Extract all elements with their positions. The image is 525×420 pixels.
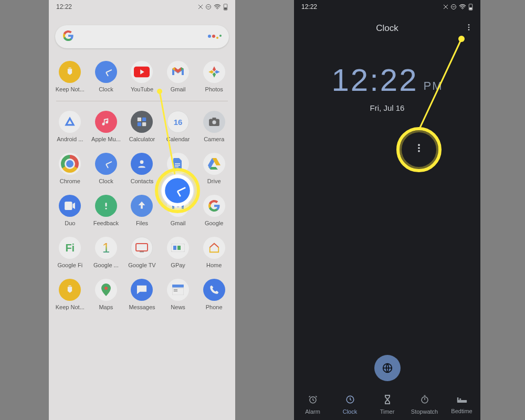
app-ggl[interactable]: Google xyxy=(196,190,232,232)
tab-alarm[interactable]: Alarm xyxy=(294,390,331,420)
app-fi[interactable]: FiGoogle Fi xyxy=(52,232,88,274)
app-ph[interactable]: Photos xyxy=(196,56,232,98)
app-label: Messages xyxy=(129,304,155,310)
app-label: Files xyxy=(136,220,148,226)
more-options-button[interactable] xyxy=(465,23,473,34)
clock-tab-bar: AlarmClockTimerStopwatchBedtime xyxy=(294,390,480,420)
assistant-icon[interactable] xyxy=(208,35,222,39)
app-label: News xyxy=(171,304,185,310)
app-gpay[interactable]: GPay xyxy=(160,232,196,274)
app-news[interactable]: News xyxy=(160,274,196,316)
docs-icon xyxy=(167,153,189,175)
clock-date: Fri, Jul 16 xyxy=(294,103,480,112)
app-fb[interactable]: Feedback xyxy=(88,190,124,232)
app-phone[interactable]: Phone xyxy=(196,274,232,316)
app-cal[interactable]: 16Calendar xyxy=(160,106,196,148)
app-gm[interactable]: Gmail xyxy=(160,56,196,98)
fi-icon: Fi xyxy=(59,237,81,259)
news-icon xyxy=(167,279,189,301)
app-clock[interactable]: Clock xyxy=(88,56,124,98)
tab-stopwatch[interactable]: Stopwatch xyxy=(406,390,443,420)
gpay-icon xyxy=(167,237,189,259)
clock-app-title: Clock xyxy=(376,23,398,34)
app-label: Clock xyxy=(99,86,113,92)
clock-app-header: Clock xyxy=(294,14,480,43)
status-time: 12:22 xyxy=(56,3,72,10)
app-aa[interactable]: Android ... xyxy=(52,106,88,148)
app-keep[interactable]: Keep Not... xyxy=(52,56,88,98)
svg-point-33 xyxy=(468,29,470,30)
fb-icon xyxy=(95,195,117,217)
app-label: Photos xyxy=(205,86,223,92)
tab-bedtime[interactable]: Bedtime xyxy=(443,390,480,420)
app-label: Feedback xyxy=(93,220,119,226)
app-label: Docs xyxy=(172,178,185,184)
app-msg[interactable]: Messages xyxy=(124,274,160,316)
phone-home-screen: 12:22 Keep Not...ClockYouTubeGmailPhotos… xyxy=(49,0,235,420)
calc-icon xyxy=(131,111,153,133)
world-clock-fab[interactable] xyxy=(374,355,401,381)
svg-point-1 xyxy=(217,8,217,9)
app-calc[interactable]: Calculator xyxy=(124,106,160,148)
app-cam[interactable]: Camera xyxy=(196,106,232,148)
phone-clock-app: 12:22 Clock 12:22 PM Fri, Jul 16 AlarmCl… xyxy=(294,0,480,420)
phone-icon xyxy=(203,279,225,301)
app-keep[interactable]: Keep Not... xyxy=(52,274,88,316)
tab-label: Bedtime xyxy=(451,408,472,414)
svg-rect-14 xyxy=(175,165,180,166)
app-contacts[interactable]: Contacts xyxy=(124,148,160,190)
app-files[interactable]: Files xyxy=(124,190,160,232)
status-icons xyxy=(198,4,228,10)
app-label: Keep Not... xyxy=(56,86,85,92)
app-chrome[interactable]: Chrome xyxy=(52,148,88,190)
svg-rect-30 xyxy=(469,7,472,9)
app-duo[interactable]: Duo xyxy=(52,190,88,232)
app-home[interactable]: Home xyxy=(196,232,232,274)
app-am[interactable]: Apple Mu... xyxy=(88,106,124,148)
app-label: Google xyxy=(205,220,223,226)
svg-point-10 xyxy=(212,120,216,124)
app-clock[interactable]: Clock xyxy=(88,148,124,190)
app-docs[interactable]: Docs xyxy=(160,148,196,190)
svg-rect-38 xyxy=(457,400,466,403)
svg-rect-6 xyxy=(142,118,146,121)
cal-icon: 16 xyxy=(167,111,189,133)
svg-rect-39 xyxy=(457,397,458,401)
svg-rect-25 xyxy=(174,289,177,290)
svg-rect-24 xyxy=(172,288,184,295)
one-icon: 1 xyxy=(95,237,117,259)
tab-icon xyxy=(384,395,391,407)
status-bar: 12:22 xyxy=(294,0,480,14)
app-gtv[interactable]: Google TV xyxy=(124,232,160,274)
app-maps[interactable]: Maps xyxy=(88,274,124,316)
tab-timer[interactable]: Timer xyxy=(369,390,406,420)
app-gm[interactable]: Gmail xyxy=(160,190,196,232)
tab-icon xyxy=(420,395,429,407)
svg-rect-13 xyxy=(175,163,180,164)
app-label: Gmail xyxy=(171,86,186,92)
app-label: Maps xyxy=(99,304,113,310)
maps-icon xyxy=(95,279,117,301)
files-icon xyxy=(131,195,153,217)
tab-label: Clock xyxy=(343,408,358,415)
tab-clock[interactable]: Clock xyxy=(331,390,369,420)
svg-point-32 xyxy=(468,27,470,28)
svg-rect-5 xyxy=(138,118,141,121)
status-icons xyxy=(443,4,473,10)
favorites-row: Keep Not...ClockYouTubeGmailPhotos xyxy=(49,56,235,98)
svg-point-28 xyxy=(462,8,463,9)
app-label: Google TV xyxy=(128,262,155,268)
svg-rect-8 xyxy=(142,122,146,126)
app-one[interactable]: 1Google ... xyxy=(88,232,124,274)
google-search-bar[interactable] xyxy=(55,25,229,48)
app-drive[interactable]: Drive xyxy=(196,148,232,190)
app-label: Phone xyxy=(206,304,223,310)
app-yt[interactable]: YouTube xyxy=(124,56,160,98)
tab-label: Stopwatch xyxy=(411,408,438,415)
svg-rect-7 xyxy=(138,122,141,126)
svg-point-22 xyxy=(104,287,108,290)
app-label: GPay xyxy=(171,262,185,268)
app-label: Duo xyxy=(65,220,75,226)
svg-rect-20 xyxy=(140,251,144,253)
ggl-icon xyxy=(203,195,225,217)
